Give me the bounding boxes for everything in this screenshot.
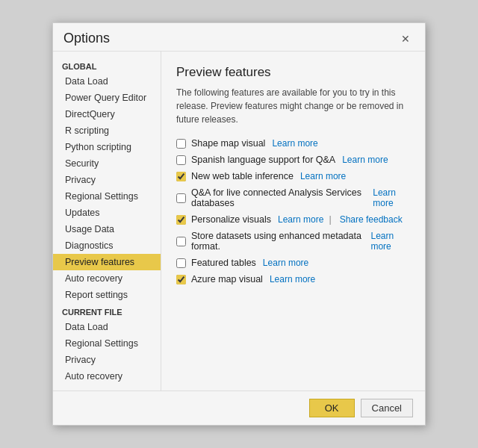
label-shape-map: Shape map visual Learn more xyxy=(191,138,318,149)
sidebar-item-r-scripting[interactable]: R scripting xyxy=(53,122,161,139)
label-spanish-qa: Spanish language support for Q&A Learn m… xyxy=(191,155,388,165)
feature-featured-tables: Featured tables Learn more xyxy=(176,258,410,268)
dialog-title: Options xyxy=(63,31,110,46)
sidebar-item-regional-settings-global[interactable]: Regional Settings xyxy=(53,188,161,205)
sidebar-item-diagnostics[interactable]: Diagnostics xyxy=(53,237,161,254)
learn-more-web-table[interactable]: Learn more xyxy=(300,171,346,181)
checkbox-shape-map[interactable] xyxy=(176,139,186,149)
sidebar-item-regional-settings-file[interactable]: Regional Settings xyxy=(53,335,161,352)
learn-more-store-datasets[interactable]: Learn more xyxy=(370,231,410,252)
feature-store-datasets: Store datasets using enhanced metadata f… xyxy=(176,231,410,252)
sidebar-item-directquery[interactable]: DirectQuery xyxy=(53,106,161,122)
sidebar-item-privacy-file[interactable]: Privacy xyxy=(53,352,161,368)
options-dialog: Options ✕ GLOBAL Data Load Power Query E… xyxy=(52,22,426,426)
label-store-datasets: Store datasets using enhanced metadata f… xyxy=(191,231,410,252)
feature-spanish-qa: Spanish language support for Q&A Learn m… xyxy=(176,155,410,165)
content-description: The following features are available for… xyxy=(176,86,410,126)
content-title: Preview features xyxy=(176,65,410,80)
label-featured-tables: Featured tables Learn more xyxy=(191,258,308,268)
share-feedback-personalize-visuals[interactable]: Share feedback xyxy=(340,214,403,225)
cancel-button[interactable]: Cancel xyxy=(361,399,413,417)
feature-azure-map: Azure map visual Learn more xyxy=(176,274,410,284)
checkbox-azure-map[interactable] xyxy=(176,275,186,284)
close-button[interactable]: ✕ xyxy=(397,31,415,46)
checkbox-web-table[interactable] xyxy=(176,172,186,181)
sidebar-item-report-settings[interactable]: Report settings xyxy=(53,287,161,303)
label-azure-map: Azure map visual Learn more xyxy=(191,274,315,284)
label-personalize-visuals: Personalize visuals Learn more | Share f… xyxy=(191,214,403,225)
current-file-section-label: CURRENT FILE xyxy=(53,303,161,319)
learn-more-spanish-qa[interactable]: Learn more xyxy=(342,155,388,165)
sidebar-item-updates[interactable]: Updates xyxy=(53,205,161,221)
dialog-body: GLOBAL Data Load Power Query Editor Dire… xyxy=(53,51,425,391)
ok-button[interactable]: OK xyxy=(309,399,355,417)
content-area: Preview features The following features … xyxy=(161,52,425,391)
checkbox-store-datasets[interactable] xyxy=(176,237,186,246)
dialog-titlebar: Options ✕ xyxy=(53,23,425,51)
feature-qa-analysis: Q&A for live connected Analysis Services… xyxy=(176,187,410,208)
checkbox-spanish-qa[interactable] xyxy=(176,155,186,165)
sidebar-item-usage-data[interactable]: Usage Data xyxy=(53,221,161,237)
sidebar-item-auto-recovery-file[interactable]: Auto recovery xyxy=(53,368,161,385)
learn-more-featured-tables[interactable]: Learn more xyxy=(263,258,308,268)
sidebar-item-power-query[interactable]: Power Query Editor xyxy=(53,90,161,106)
sidebar-item-auto-recovery-global[interactable]: Auto recovery xyxy=(53,270,161,287)
learn-more-azure-map[interactable]: Learn more xyxy=(270,274,315,284)
label-web-table: New web table inference Learn more xyxy=(191,171,346,181)
sidebar-item-preview-features[interactable]: Preview features xyxy=(53,254,161,270)
learn-more-shape-map[interactable]: Learn more xyxy=(272,138,317,149)
feature-personalize-visuals: Personalize visuals Learn more | Share f… xyxy=(176,214,410,225)
learn-more-qa-analysis[interactable]: Learn more xyxy=(373,187,410,208)
global-section-label: GLOBAL xyxy=(53,57,161,73)
sidebar-item-security[interactable]: Security xyxy=(53,155,161,172)
checkbox-qa-analysis[interactable] xyxy=(176,193,186,203)
sidebar-item-python-scripting[interactable]: Python scripting xyxy=(53,139,161,155)
feature-shape-map: Shape map visual Learn more xyxy=(176,138,410,149)
feature-web-table: New web table inference Learn more xyxy=(176,171,410,181)
learn-more-personalize-visuals[interactable]: Learn more xyxy=(278,214,323,225)
dialog-footer: OK Cancel xyxy=(53,391,425,425)
sidebar-item-privacy-global[interactable]: Privacy xyxy=(53,172,161,188)
label-qa-analysis: Q&A for live connected Analysis Services… xyxy=(191,187,410,208)
checkbox-personalize-visuals[interactable] xyxy=(176,215,186,225)
sidebar-item-data-load-file[interactable]: Data Load xyxy=(53,319,161,335)
sidebar-item-data-load-global[interactable]: Data Load xyxy=(53,73,161,90)
checkbox-featured-tables[interactable] xyxy=(176,258,186,268)
sidebar: GLOBAL Data Load Power Query Editor Dire… xyxy=(53,52,161,391)
